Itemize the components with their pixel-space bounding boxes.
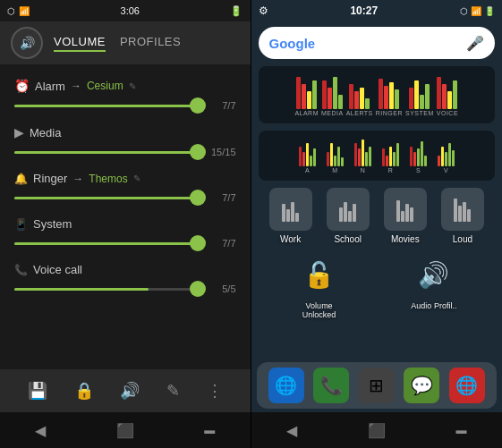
recent-icon-left[interactable]: ▬ xyxy=(204,424,215,436)
eq-bar xyxy=(299,147,302,166)
voice-slider-fill xyxy=(14,288,149,291)
eq-widget-large[interactable]: ALARM MEDIA xyxy=(259,66,496,123)
app-item-movies[interactable]: Movies xyxy=(380,188,430,244)
eq-widget-small[interactable]: A M xyxy=(259,131,496,181)
eq-bar xyxy=(327,152,329,166)
media-label-row: ▶ Media xyxy=(14,125,236,139)
voice-slider-track[interactable] xyxy=(14,288,204,291)
header-tabs[interactable]: VOLUME PROFILES xyxy=(54,35,181,52)
eq-small-bars-v xyxy=(438,138,455,166)
dock-apps[interactable]: ⊞ xyxy=(359,368,395,403)
tab-volume[interactable]: VOLUME xyxy=(54,35,106,52)
bluetooth-icon-left: ⬡ xyxy=(7,6,15,16)
home-icon-left[interactable]: ⬛ xyxy=(116,422,134,439)
eq-bars-row-large: ALARM MEDIA xyxy=(266,73,489,116)
eq-group-media: MEDIA xyxy=(321,73,344,116)
eq-bar xyxy=(452,150,455,166)
eq-bar xyxy=(313,148,316,166)
app-item-school[interactable]: School xyxy=(323,188,373,244)
save-icon[interactable]: 💾 xyxy=(28,381,47,401)
eq-bar xyxy=(282,204,285,222)
app-icon-work xyxy=(269,188,312,231)
back-icon-right[interactable]: ◀ xyxy=(286,422,297,439)
ringer-slider-thumb xyxy=(190,190,206,206)
alarm-edit-icon: ✎ xyxy=(129,81,136,91)
app-icon-loud xyxy=(441,188,484,231)
eq-bar xyxy=(437,77,441,109)
eq-bar xyxy=(379,79,383,109)
ringer-value: 7/7 xyxy=(211,192,236,203)
eq-small-bars-a xyxy=(299,138,316,166)
dock-browser[interactable]: 🌐 xyxy=(268,368,304,403)
voice-label: Voice call xyxy=(33,263,82,276)
eq-bar xyxy=(448,143,451,166)
dock-phone[interactable]: 📞 xyxy=(313,368,349,403)
back-icon-left[interactable]: ◀ xyxy=(35,422,46,439)
app-label-movies: Movies xyxy=(391,234,420,244)
status-bar-right: ⚙ 10:27 ⬡ 📶 🔋 xyxy=(251,0,503,21)
eq-label-voice: VOICE xyxy=(437,110,458,116)
google-search-bar[interactable]: Google 🎤 xyxy=(259,27,496,59)
media-slider-thumb xyxy=(190,144,206,160)
eq-bar xyxy=(369,147,371,166)
eq-small-label-s: S xyxy=(416,167,421,173)
ringer-label-row: 🔔 Ringer → Themos ✎ xyxy=(14,172,236,185)
eq-small-label-m: M xyxy=(332,167,337,173)
eq-bar xyxy=(396,143,399,166)
home-icon-right[interactable]: ⬛ xyxy=(368,422,386,439)
media-slider-track[interactable] xyxy=(14,151,204,154)
eq-bars-voice xyxy=(437,73,457,109)
ringer-slider-track[interactable] xyxy=(14,197,204,199)
sound-icon[interactable]: 🔊 xyxy=(120,381,140,401)
eq-small-bars-r xyxy=(382,138,399,166)
mic-icon[interactable]: 🎤 xyxy=(466,35,484,52)
more-icon[interactable]: ⋮ xyxy=(207,381,223,401)
alarm-label: Alarm xyxy=(35,80,65,93)
voice-slider-container[interactable]: 5/5 xyxy=(14,280,236,298)
system-slider-track[interactable] xyxy=(14,242,204,245)
eq-bar xyxy=(424,156,427,166)
app-item-volume-unlocked[interactable]: 🔓 VolumeUnlocked xyxy=(288,251,351,319)
eq-small-group-n: N xyxy=(354,138,371,173)
eq-bar xyxy=(295,213,299,222)
app-item-work[interactable]: Work xyxy=(266,188,316,244)
right-panel: ⚙ 10:27 ⬡ 📶 🔋 Google 🎤 xyxy=(251,0,503,448)
home-content: Google 🎤 ALARM xyxy=(251,21,503,362)
alarm-slider-track[interactable] xyxy=(14,105,204,107)
app-label-loud: Loud xyxy=(453,234,472,244)
system-slider-container[interactable]: 7/7 xyxy=(14,234,236,252)
recent-icon-right[interactable]: ▬ xyxy=(456,424,467,436)
lock-icon[interactable]: 🔒 xyxy=(74,381,94,401)
eq-small-group-m: M xyxy=(327,138,344,173)
app-item-loud[interactable]: Loud xyxy=(438,188,488,244)
eq-bar xyxy=(310,156,312,166)
edit-icon[interactable]: ✎ xyxy=(166,381,180,401)
app-icon-movies xyxy=(384,188,427,231)
eq-bar xyxy=(354,143,357,166)
eq-bars-alarm xyxy=(296,73,317,109)
apps-grid-icon: ⊞ xyxy=(369,375,384,396)
eq-bar xyxy=(420,95,424,109)
alarm-slider-container[interactable]: 7/7 xyxy=(14,97,236,114)
time-left: 3:06 xyxy=(121,5,140,16)
eq-bar xyxy=(384,86,388,109)
speaker-icon: 🔊 xyxy=(20,36,35,50)
dock-chrome[interactable]: 🌐 xyxy=(449,368,485,403)
volume-item-alarm: ⏰ Alarm → Cesium ✎ 7/7 xyxy=(0,72,251,118)
nav-bar-left: ◀ ⬛ ▬ xyxy=(0,412,251,448)
tab-profiles[interactable]: PROFILES xyxy=(120,35,181,52)
app-item-audio-profile[interactable]: 🔊 Audio Profil.. xyxy=(403,251,465,319)
volume-item-system: 📱 System 7/7 xyxy=(0,210,251,256)
eq-bar xyxy=(348,211,352,222)
eq-small-bars-s xyxy=(410,138,427,166)
eq-bar xyxy=(312,80,317,109)
eq-bar xyxy=(296,77,301,109)
media-slider-container[interactable]: 15/15 xyxy=(14,143,236,161)
app-row-2: 🔓 VolumeUnlocked 🔊 Audio Profil.. xyxy=(259,251,496,319)
eq-small-group-s: S xyxy=(410,138,427,173)
ringer-icon: 🔔 xyxy=(14,173,28,185)
eq-bar xyxy=(328,88,332,109)
dock-messaging[interactable]: 💬 xyxy=(404,368,439,403)
eq-bar xyxy=(425,84,430,109)
ringer-slider-container[interactable]: 7/7 xyxy=(14,189,236,207)
